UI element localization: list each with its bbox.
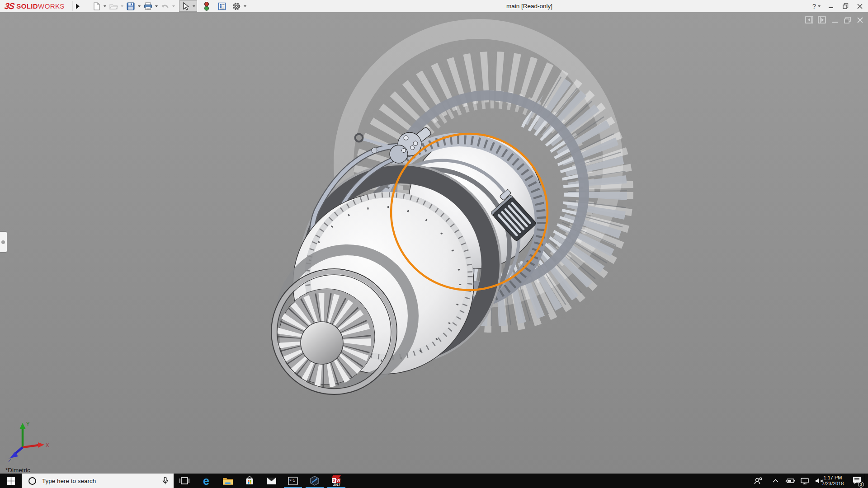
network-button[interactable] [798, 474, 811, 488]
people-button[interactable] [751, 474, 765, 488]
options-button[interactable] [231, 0, 242, 12]
task-view-button[interactable] [174, 474, 195, 488]
triad-x-arrow [38, 442, 44, 448]
minimize-icon [828, 4, 834, 9]
orientation-triad: Y X Z [6, 419, 50, 463]
triad-y-arrow [19, 423, 26, 429]
taskbar-clock[interactable]: 1:17 PM 7/23/2018 [818, 474, 847, 488]
notification-badge: 3 [858, 482, 864, 488]
people-icon [754, 477, 763, 485]
ethernet-icon [800, 478, 809, 484]
windows-logo-icon [7, 477, 15, 485]
taskbar-mail-button[interactable] [260, 474, 282, 488]
display-pane-left-button[interactable] [805, 16, 814, 24]
cortana-icon [28, 477, 36, 485]
chevron-up-icon [773, 479, 778, 483]
battery-charging-icon [785, 478, 795, 483]
view-orientation-label: *Dimetric [5, 467, 30, 474]
file-explorer-icon [222, 477, 233, 485]
open-folder-icon [109, 3, 118, 10]
jet-engine-model [0, 12, 868, 474]
task-view-icon [179, 477, 189, 485]
svg-text:C:\: C:\ [290, 478, 295, 481]
display-pane-right-button[interactable] [818, 16, 826, 24]
document-title: main [Read-only] [506, 0, 552, 12]
mail-icon [266, 477, 277, 485]
close-button[interactable] [853, 0, 867, 12]
save-floppy-icon [127, 2, 135, 10]
cursor-icon [182, 2, 189, 10]
clock-time: 1:17 PM [818, 475, 847, 481]
tray-overflow-button[interactable] [769, 474, 781, 488]
select-dropdown[interactable] [191, 0, 197, 12]
restore-icon [843, 3, 849, 9]
new-document-dropdown[interactable] [102, 0, 108, 12]
open-dropdown[interactable] [119, 0, 125, 12]
new-document-button[interactable] [90, 0, 102, 12]
taskbar-store-button[interactable] [239, 474, 260, 488]
help-dropdown-arrow-icon [818, 5, 821, 7]
print-dropdown[interactable] [154, 0, 159, 12]
undo-button[interactable] [159, 0, 171, 12]
show-desktop-button[interactable] [865, 474, 868, 488]
edge-icon: e [203, 475, 209, 487]
options-dropdown[interactable] [242, 0, 248, 12]
open-button[interactable] [108, 0, 119, 12]
menu-flyout-button[interactable] [72, 1, 82, 11]
select-tool-group [179, 0, 197, 12]
undo-icon [161, 3, 170, 10]
minimize-button[interactable] [824, 0, 838, 12]
child-minimize-button[interactable] [830, 16, 839, 24]
child-close-button[interactable] [856, 16, 864, 24]
taskbar-solidworks-button[interactable]: S W 2017 [326, 474, 347, 488]
clock-date: 7/23/2018 [818, 481, 847, 487]
taskbar-cad-app-button[interactable] [304, 474, 326, 488]
battery-button[interactable] [784, 474, 797, 488]
feature-manager-collapsed-tab[interactable] [0, 232, 7, 252]
svg-text:Z: Z [8, 458, 11, 463]
taskbar-edge-button[interactable]: e [195, 474, 217, 488]
flyout-arrow-icon [76, 4, 80, 9]
help-button[interactable]: ? [809, 0, 824, 12]
windows-taskbar: Type here to search e [0, 474, 868, 488]
start-button[interactable] [0, 474, 22, 488]
microphone-icon [162, 477, 168, 485]
file-properties-button[interactable] [216, 0, 228, 12]
new-document-icon [93, 2, 100, 10]
ds-logo-mark: 3S [4, 1, 14, 11]
close-icon [857, 4, 863, 9]
child-restore-button[interactable] [843, 16, 852, 24]
solidworks-2017-icon: S W 2017 [330, 475, 342, 487]
graphics-area[interactable]: Y X Z *Dimetric [0, 12, 868, 474]
app-titlebar: 3S SOLID WORKS [0, 0, 868, 12]
traffic-light-icon [204, 2, 209, 11]
svg-text:Y: Y [26, 421, 30, 427]
print-icon [144, 2, 152, 10]
save-button[interactable] [125, 0, 137, 12]
taskbar-file-explorer-button[interactable] [217, 474, 239, 488]
select-button[interactable] [179, 0, 191, 12]
action-center-button[interactable]: 3 [850, 474, 863, 488]
child-window-controls [805, 16, 864, 24]
hexagon-app-icon [310, 476, 320, 486]
taskbar-cmd-button[interactable]: C:\ [282, 474, 304, 488]
save-dropdown[interactable] [137, 0, 142, 12]
splitter-dot-icon [1, 240, 5, 244]
svg-text:X: X [46, 442, 49, 448]
solidworks-logo: 3S SOLID WORKS [5, 0, 65, 12]
search-placeholder: Type here to search [42, 478, 96, 484]
taskbar-search-box[interactable]: Type here to search [22, 474, 174, 488]
microsoft-store-icon [245, 476, 254, 485]
command-prompt-icon: C:\ [288, 477, 298, 485]
rebuild-button[interactable] [201, 0, 212, 12]
gear-icon [232, 2, 241, 11]
file-properties-icon [218, 2, 226, 10]
print-button[interactable] [142, 0, 154, 12]
undo-dropdown[interactable] [171, 0, 176, 12]
restore-button[interactable] [838, 0, 853, 12]
